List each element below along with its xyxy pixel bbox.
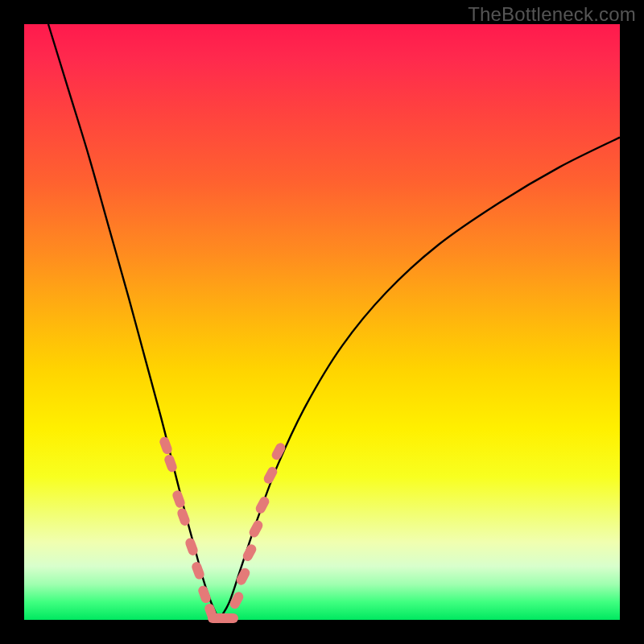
bead-marker <box>163 453 179 473</box>
bead-marker <box>159 436 174 456</box>
bead-marker <box>254 495 271 515</box>
curve-layer <box>24 24 620 620</box>
watermark-text: TheBottleneck.com <box>468 3 636 26</box>
curve-right <box>219 138 620 620</box>
bead-group <box>159 436 287 623</box>
bead-marker <box>248 518 265 539</box>
chart-frame: TheBottleneck.com <box>0 0 644 644</box>
curve-left <box>48 24 219 620</box>
plot-area <box>24 24 620 620</box>
bead-marker <box>222 613 238 623</box>
